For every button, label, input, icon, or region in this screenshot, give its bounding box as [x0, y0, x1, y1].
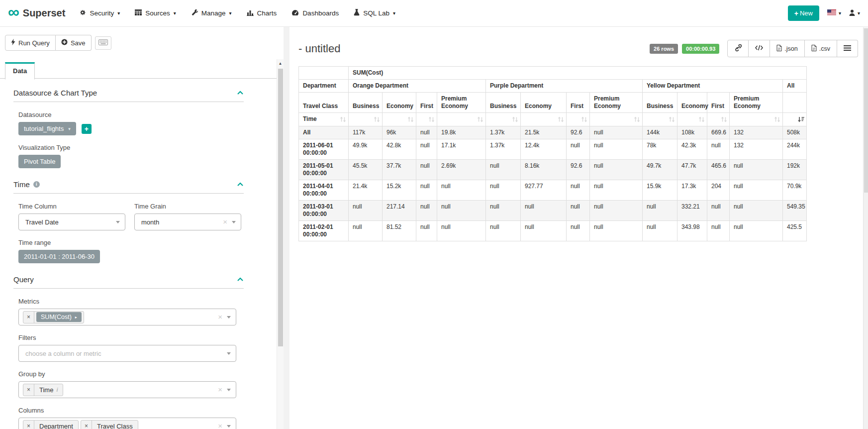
- pivot-cell: null: [349, 221, 383, 241]
- remove-chip-icon[interactable]: ×: [23, 421, 34, 429]
- pivot-row-label: 2011-06-0100:00:00: [299, 139, 349, 160]
- sort-icon[interactable]: [512, 116, 518, 122]
- keyboard-shortcuts-button[interactable]: [95, 36, 111, 50]
- filters-select[interactable]: choose a column or metric: [18, 345, 236, 362]
- sort-icon[interactable]: [634, 116, 640, 122]
- sort-icon[interactable]: [774, 116, 780, 122]
- pivot-row: 2011-03-0100:00:00null217.14nullnullnull…: [299, 201, 807, 221]
- dropdown-arrow-icon: [232, 221, 236, 223]
- pivot-row-label: 2011-05-0100:00:00: [299, 160, 349, 180]
- menu-button[interactable]: [837, 40, 858, 57]
- superset-logo[interactable]: ∞ Superset: [8, 7, 65, 19]
- pivot-sort-header[interactable]: [707, 113, 730, 126]
- copy-link-button[interactable]: [727, 40, 749, 57]
- scrollbar-thumb[interactable]: [864, 28, 868, 193]
- pivot-sort-header[interactable]: [349, 113, 383, 126]
- nav-item-sql-lab[interactable]: SQL Lab ▾: [354, 9, 395, 17]
- sort-icon[interactable]: [581, 116, 587, 122]
- tab-data[interactable]: Data: [5, 62, 35, 80]
- chart-title[interactable]: - untitled: [298, 42, 340, 55]
- pivot-cell: null: [590, 180, 643, 201]
- scrollbar-thumb[interactable]: [278, 69, 283, 346]
- query-toolbar: Run Query Save: [5, 35, 277, 51]
- sort-icon[interactable]: [340, 116, 346, 122]
- remove-chip-icon[interactable]: ×: [23, 384, 34, 396]
- pivot-cell: 465.6: [707, 160, 730, 180]
- clear-icon[interactable]: ×: [218, 387, 222, 393]
- pivot-cell: null: [521, 221, 567, 241]
- sort-icon[interactable]: [407, 116, 414, 122]
- pivot-sort-header[interactable]: [730, 113, 783, 126]
- pivot-time-sort-header[interactable]: Time: [299, 113, 349, 126]
- new-button[interactable]: + New: [788, 5, 819, 21]
- language-selector[interactable]: ▾: [827, 9, 841, 17]
- metric-pill[interactable]: SUM(Cost) ▸: [36, 312, 82, 322]
- nav-item-sources[interactable]: Sources ▾: [135, 9, 176, 17]
- sort-icon[interactable]: [374, 116, 380, 122]
- pivot-cell: null: [486, 201, 521, 221]
- nav-label: SQL Lab: [363, 9, 389, 17]
- pivot-cell: null: [730, 221, 783, 241]
- groupby-select[interactable]: × Time i ×: [18, 381, 236, 398]
- pivot-sort-header[interactable]: [643, 113, 677, 126]
- pivot-sort-header[interactable]: [677, 113, 707, 126]
- sort-desc-icon[interactable]: [797, 116, 804, 122]
- pivot-cell: 42.3k: [677, 139, 707, 160]
- sort-icon[interactable]: [698, 116, 705, 122]
- export-json-button[interactable]: .json: [770, 40, 804, 57]
- add-datasource-button[interactable]: +: [82, 124, 92, 134]
- save-button[interactable]: Save: [56, 35, 92, 51]
- sort-icon[interactable]: [477, 116, 483, 122]
- sort-icon[interactable]: [669, 116, 675, 122]
- pivot-sort-header[interactable]: [416, 113, 437, 126]
- pivot-corner-cell: [299, 67, 349, 80]
- pivot-sort-header[interactable]: [567, 113, 590, 126]
- clear-icon[interactable]: ×: [218, 314, 222, 320]
- time-grain-select[interactable]: month ×: [134, 214, 241, 230]
- pivot-sort-header[interactable]: [383, 113, 416, 126]
- chevron-up-icon[interactable]: [237, 91, 244, 95]
- nav-item-dashboards[interactable]: Dashboards: [291, 9, 339, 17]
- window-scrollbar[interactable]: [863, 27, 868, 429]
- time-column-select[interactable]: Travel Date: [18, 214, 125, 230]
- sort-icon[interactable]: [428, 116, 435, 122]
- columns-select[interactable]: × Department × Travel Class ×: [18, 418, 236, 429]
- pivot-cell: 92.6: [567, 126, 590, 139]
- chevron-up-icon[interactable]: [237, 277, 244, 282]
- remove-chip-icon[interactable]: ×: [23, 312, 34, 323]
- pivot-sort-header[interactable]: [486, 113, 521, 126]
- pivot-row-label: 2011-03-0100:00:00: [299, 201, 349, 221]
- clear-icon[interactable]: ×: [218, 423, 222, 429]
- nav-item-security[interactable]: Security ▾: [79, 9, 120, 17]
- export-csv-button[interactable]: .csv: [805, 40, 837, 57]
- remove-chip-icon[interactable]: ×: [81, 421, 92, 429]
- clear-icon[interactable]: ×: [223, 219, 227, 225]
- left-panel-scrollbar[interactable]: ▲: [277, 59, 284, 429]
- nav-item-manage[interactable]: Manage ▾: [191, 9, 232, 17]
- chevron-up-icon[interactable]: [237, 182, 244, 187]
- pivot-sort-header[interactable]: [437, 113, 486, 126]
- sort-icon[interactable]: [721, 116, 727, 122]
- filters-placeholder: choose a column or metric: [21, 350, 101, 357]
- time-range-select[interactable]: 2011-01-01 : 2011-06-30: [18, 250, 100, 263]
- pivot-cell: null: [567, 139, 590, 160]
- pivot-cell: 42.8k: [383, 139, 416, 160]
- run-query-button[interactable]: Run Query: [5, 35, 56, 51]
- pivot-cell: 19.8k: [437, 126, 486, 139]
- nav-item-charts[interactable]: Charts: [247, 9, 277, 17]
- viz-type-select[interactable]: Pivot Table: [18, 155, 61, 168]
- section-datasource-chart-type: Datasource & Chart Type Datasource tutor…: [13, 89, 244, 168]
- pivot-sort-header[interactable]: [590, 113, 643, 126]
- pivot-cell: 78k: [643, 139, 677, 160]
- view-query-button[interactable]: [749, 40, 770, 57]
- pivot-sort-header[interactable]: [783, 113, 807, 126]
- metrics-select[interactable]: × SUM(Cost) ▸ ×: [18, 309, 236, 325]
- column-chip: × Travel Class: [81, 420, 138, 429]
- pivot-cell: null: [521, 201, 567, 221]
- pivot-sort-header[interactable]: [521, 113, 567, 126]
- user-menu[interactable]: ▾: [849, 9, 860, 17]
- scrollbar-up-arrow[interactable]: ▲: [277, 59, 284, 67]
- pivot-cell: null: [486, 180, 521, 201]
- sort-icon[interactable]: [558, 116, 564, 122]
- datasource-select[interactable]: tutorial_flights ▾: [18, 122, 76, 135]
